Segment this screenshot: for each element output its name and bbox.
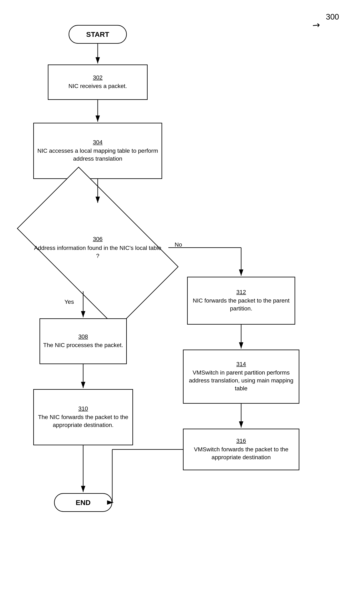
step-304-box: 304 NIC accesses a local mapping table t… xyxy=(33,123,162,179)
step-310-box: 310 The NIC forwards the packet to the a… xyxy=(33,389,133,445)
step-304-text: NIC accesses a local mapping table to pe… xyxy=(36,147,159,163)
step-312-box: 312 NIC forwards the packet to the paren… xyxy=(187,277,295,325)
step-316-box: 316 VMSwitch forwards the packet to the … xyxy=(183,429,299,470)
step-302-num: 302 xyxy=(93,74,103,81)
step-302-box: 302 NIC receives a packet. xyxy=(48,65,148,100)
figure-number: 300 xyxy=(326,12,339,22)
step-310-text: The NIC forwards the packet to the appro… xyxy=(36,413,130,429)
step-310-num: 310 xyxy=(78,405,88,412)
step-306-diamond: 306 Address information found in the NIC… xyxy=(27,204,168,291)
step-312-text: NIC forwards the packet to the parent pa… xyxy=(190,297,292,313)
step-302-text: NIC receives a packet. xyxy=(68,82,127,90)
step-308-text: The NIC processes the packet. xyxy=(43,341,123,349)
step-308-box: 308 The NIC processes the packet. xyxy=(40,318,127,364)
step-316-text: VMSwitch forwards the packet to the appr… xyxy=(186,445,297,461)
step-308-num: 308 xyxy=(78,333,88,340)
figure-arrow: ↗ xyxy=(310,19,323,32)
no-label: No xyxy=(175,241,182,248)
flowchart-diagram: 300 ↗ START 302 NIC receives a packet. 3… xyxy=(0,0,364,603)
step-314-box: 314 VMSwitch in parent partition perform… xyxy=(183,349,299,404)
end-node: END xyxy=(54,493,112,512)
step-314-text: VMSwitch in parent partition performs ad… xyxy=(186,369,297,392)
step-306-num: 306 xyxy=(33,235,162,243)
step-306-text: Address information found in the NIC's l… xyxy=(34,245,161,259)
step-314-num: 314 xyxy=(236,361,246,368)
step-304-num: 304 xyxy=(93,139,103,146)
yes-label: Yes xyxy=(65,299,74,305)
start-label: START xyxy=(86,30,109,38)
start-node: START xyxy=(69,25,127,44)
step-316-num: 316 xyxy=(236,438,246,444)
step-312-num: 312 xyxy=(236,289,246,295)
end-label: END xyxy=(76,499,91,507)
